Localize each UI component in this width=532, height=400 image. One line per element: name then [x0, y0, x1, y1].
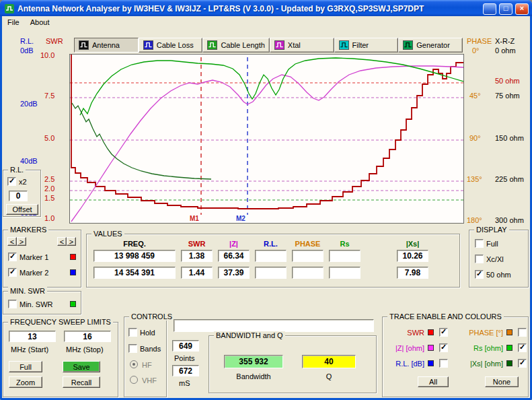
axis-phase-0: 0°	[472, 46, 480, 55]
m2-rl-value	[255, 267, 287, 279]
axis-swr-header: SWR	[46, 37, 63, 45]
tab-cable-loss[interactable]: Cable Loss	[139, 38, 203, 53]
col-header-swr: SWR	[181, 240, 213, 248]
min-swr-checkbox[interactable]	[8, 300, 17, 308]
app-icon	[4, 3, 15, 14]
chart-plot-area: M1M2	[69, 54, 464, 224]
trace-none-button[interactable]: None	[485, 376, 519, 387]
bands-checkbox[interactable]	[128, 344, 137, 353]
controls-caption: CONTROLS	[129, 312, 174, 321]
marker-label-M2: M2	[236, 215, 245, 222]
freq-stop-input[interactable]	[64, 331, 111, 342]
filter-waveform-icon	[339, 40, 349, 50]
min-swr-group: MIN. SWR Min. SWR	[3, 291, 81, 314]
app-window: Antenna Network Analyser by IW3HEV & IW3…	[0, 0, 532, 400]
col-header-phase: PHASE	[292, 240, 324, 248]
marker2-prev-button[interactable]: <	[57, 237, 67, 246]
m2-swr-value: 1.44	[181, 267, 213, 279]
tab-generator[interactable]: Generator	[398, 38, 463, 53]
trace-phase-checkbox[interactable]	[518, 328, 527, 337]
q-value: 40	[302, 355, 356, 368]
display-group: DISPLAY Full Xc/Xl 50 ohm	[469, 230, 529, 288]
tab-cable-length[interactable]: Cable Length	[202, 38, 269, 53]
bandwidth-q-group: BANDWIDTH and Q 355 932 Bandwidth 40 Q	[208, 335, 377, 393]
tab-xtal[interactable]: Xtal	[270, 38, 334, 53]
axis-phase-header: PHASE	[467, 37, 492, 45]
trace-swr-label: SWR	[385, 329, 424, 337]
m2-phase-value	[292, 267, 324, 279]
marker2-checkbox[interactable]	[8, 268, 17, 277]
rl-group: R.L. x2 Offset	[3, 170, 41, 217]
bands-label: Bands	[140, 345, 161, 353]
trace-xs-color-swatch	[506, 360, 512, 366]
axis-swr-5: 5.0	[44, 134, 54, 142]
points-label: Points	[174, 354, 195, 362]
message-input[interactable]	[174, 319, 374, 332]
markers-caption: MARKERS	[8, 226, 48, 234]
freq-start-label: MHz (Start)	[11, 345, 48, 354]
trace-rs-color-swatch	[506, 345, 512, 351]
sweep-time-value: 672	[172, 365, 199, 376]
marker1-next-button[interactable]: >	[17, 237, 26, 246]
col-header-xs: |Xs|	[397, 240, 428, 248]
trace-SWR	[71, 55, 463, 209]
x2-checkbox[interactable]	[7, 177, 16, 186]
antenna-waveform-icon	[79, 40, 89, 50]
m1-swr-value: 1.38	[181, 250, 213, 262]
tab-antenna[interactable]: Antenna	[74, 38, 139, 53]
minimize-button[interactable]: _	[483, 3, 496, 15]
display-50ohm-checkbox[interactable]	[475, 270, 484, 279]
trace-rl-color-swatch	[428, 360, 434, 366]
trace-xs-checkbox[interactable]	[518, 359, 527, 368]
row-spacer	[366, 267, 391, 279]
hold-label: Hold	[140, 329, 155, 337]
freq-save-button[interactable]: Save	[63, 361, 100, 372]
row-spacer	[366, 250, 391, 262]
trace-enable-grid: SWR PHASE [°] |Z| [ohm] Rs [ohm] R.L. [d…	[385, 328, 527, 368]
marker1-checkbox[interactable]	[8, 253, 17, 261]
m1-xs-value: 10.26	[397, 250, 428, 262]
hold-checkbox[interactable]	[128, 328, 137, 337]
q-label: Q	[302, 372, 356, 380]
marker1-prev-button[interactable]: <	[7, 237, 17, 246]
tab-generator-label: Generator	[416, 41, 450, 49]
display-xcxl-checkbox[interactable]	[475, 255, 484, 263]
freq-start-input[interactable]	[9, 331, 56, 342]
close-button[interactable]: ×	[515, 3, 529, 15]
freq-zoom-button[interactable]: Zoom	[9, 376, 42, 388]
offset-button[interactable]: Offset	[6, 204, 38, 215]
trace-z-checkbox[interactable]	[439, 343, 448, 352]
tab-filter[interactable]: Filter	[334, 38, 399, 53]
marker2-color-swatch	[70, 269, 76, 275]
axis-rl-header: R.L.	[20, 37, 34, 45]
trace-all-button[interactable]: All	[418, 376, 449, 387]
trace-|Xs|	[72, 103, 211, 179]
trace-|Z|	[71, 66, 463, 222]
rl-offset-input[interactable]	[9, 191, 28, 201]
vhf-radio[interactable]	[130, 376, 138, 384]
display-full-checkbox[interactable]	[475, 239, 484, 248]
axis-swr-1: 1.0	[44, 214, 54, 222]
maximize-button[interactable]: □	[499, 3, 512, 15]
trace-rl-checkbox[interactable]	[439, 359, 448, 368]
m1-rl-value	[255, 250, 287, 262]
chart-svg: M1M2	[70, 55, 463, 223]
freq-full-button[interactable]: Full	[9, 361, 42, 372]
trace-swr-checkbox[interactable]	[439, 328, 448, 337]
menu-file[interactable]: File	[2, 17, 25, 28]
hf-radio[interactable]	[130, 360, 138, 368]
generator-waveform-icon	[403, 40, 413, 50]
freq-sweep-caption: FREQUENCY SWEEP LIMITS	[8, 318, 113, 326]
trace-rs-checkbox[interactable]	[518, 343, 527, 352]
col-header-z: |Z|	[218, 240, 250, 248]
freq-recall-button[interactable]: Recall	[63, 376, 100, 388]
display-caption: DISPLAY	[474, 226, 509, 234]
menu-about[interactable]: About	[25, 17, 55, 28]
axis-phase-135: 135°	[467, 175, 482, 183]
m1-z-value: 66.34	[218, 250, 250, 262]
display-full-label: Full	[486, 240, 498, 248]
min-swr-color-swatch	[70, 301, 76, 307]
marker2-next-button[interactable]: >	[67, 237, 76, 246]
rl-group-caption: R.L.	[8, 166, 26, 174]
axis-phase-90: 90°	[469, 134, 481, 142]
